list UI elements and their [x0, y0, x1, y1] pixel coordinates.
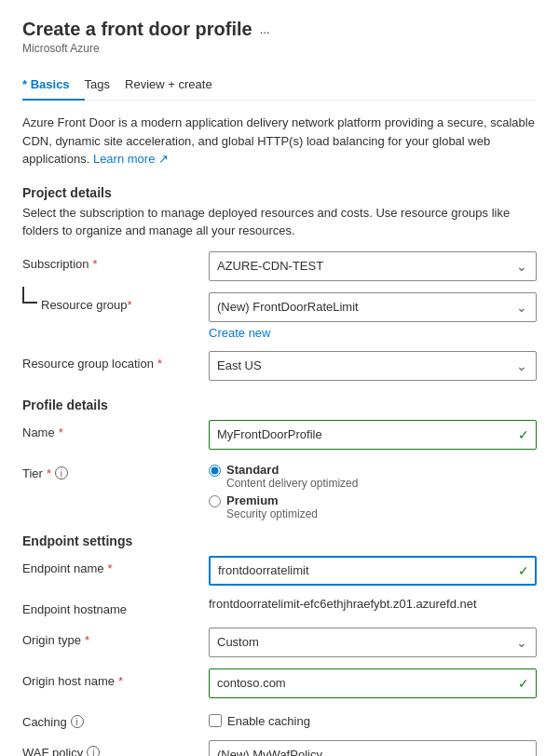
tier-info-icon[interactable]: i [55, 466, 68, 479]
subscription-field: AZURE-CDN-TEST [209, 251, 537, 281]
resource-group-field: (New) FrontDoorRateLimit Create new [209, 292, 537, 340]
waf-policy-info-icon[interactable]: i [87, 746, 100, 756]
tab-basics[interactable]: Basics [22, 70, 85, 101]
learn-more-link[interactable]: Learn more ↗ [93, 152, 169, 166]
project-details-desc: Select the subscription to manage deploy… [22, 204, 537, 240]
endpoint-name-field: ✓ [209, 556, 537, 586]
tier-standard-label: Standard [226, 463, 358, 477]
endpoint-hostname-label: Endpoint hostname [22, 597, 209, 616]
name-required: * [59, 425, 63, 439]
waf-policy-label: WAF policy i [22, 740, 209, 757]
tier-standard-option: Standard Content delivery optimized [209, 463, 537, 490]
name-validated-icon: ✓ [518, 427, 529, 442]
page-subtitle: Microsoft Azure [22, 42, 537, 55]
resource-group-create-new[interactable]: Create new [209, 326, 537, 340]
caching-label: Caching i [22, 709, 209, 729]
origin-host-name-label: Origin host name * [22, 668, 209, 688]
endpoint-name-validated-icon: ✓ [518, 563, 529, 578]
rg-location-label: Resource group location * [22, 351, 209, 371]
waf-policy-select[interactable]: (New) MyWafPolicy [209, 740, 537, 757]
subscription-required: * [93, 257, 98, 271]
endpoint-hostname-field: frontdoorratelimit-efc6ethjhraefybt.z01.… [209, 597, 537, 611]
waf-policy-field: (New) MyWafPolicy Create new [209, 740, 537, 757]
caching-checkbox[interactable] [209, 714, 222, 727]
caching-info-icon[interactable]: i [71, 715, 84, 728]
endpoint-name-required: * [107, 561, 112, 575]
origin-host-name-required: * [118, 674, 123, 688]
subscription-label: Subscription * [22, 251, 209, 271]
resource-group-select[interactable]: (New) FrontDoorRateLimit [209, 292, 537, 322]
endpoint-name-label: Endpoint name * [22, 556, 209, 575]
tab-review-create[interactable]: Review + create [125, 70, 227, 101]
tier-premium-option: Premium Security optimized [209, 493, 537, 520]
tab-bar: Basics Tags Review + create [22, 70, 537, 101]
caching-checkbox-label: Enable caching [227, 714, 310, 728]
name-field: ✓ [209, 420, 537, 450]
caching-field: Enable caching [209, 709, 537, 728]
origin-host-name-validated-icon: ✓ [518, 676, 529, 691]
origin-type-field: Custom [209, 628, 537, 657]
profile-details-title: Profile details [22, 398, 537, 412]
origin-type-label: Origin type * [22, 628, 209, 647]
name-input[interactable] [209, 420, 537, 450]
subscription-select[interactable]: AZURE-CDN-TEST [209, 251, 537, 281]
tab-tags[interactable]: Tags [85, 70, 125, 101]
endpoint-name-input[interactable] [209, 556, 537, 586]
endpoint-settings-title: Endpoint settings [22, 533, 537, 548]
tier-standard-radio[interactable] [209, 465, 221, 477]
rg-location-select[interactable]: East US [209, 351, 537, 381]
tier-field: Standard Content delivery optimized Prem… [209, 461, 537, 520]
origin-host-name-field: ✓ [209, 668, 537, 698]
resource-group-required: * [128, 298, 132, 312]
origin-type-required: * [85, 633, 89, 647]
tier-standard-sublabel: Content delivery optimized [226, 477, 358, 490]
resource-group-label: Resource group [41, 298, 128, 312]
tier-label: Tier * i [22, 461, 209, 480]
page-description: Azure Front Door is a modern application… [22, 114, 537, 169]
name-label: Name * [22, 420, 209, 439]
tier-premium-label: Premium [226, 493, 318, 507]
tier-required: * [47, 466, 51, 480]
ellipsis-menu[interactable]: ... [260, 22, 270, 36]
tier-premium-sublabel: Security optimized [226, 507, 318, 520]
origin-host-name-input[interactable] [209, 668, 537, 698]
rg-location-required: * [157, 357, 162, 371]
page-title: Create a front door profile [22, 19, 252, 40]
project-details-title: Project details [22, 185, 537, 200]
rg-location-field: East US [209, 351, 537, 381]
tier-radio-group: Standard Content delivery optimized Prem… [209, 461, 537, 520]
caching-checkbox-row: Enable caching [209, 709, 537, 728]
origin-type-select[interactable]: Custom [209, 628, 537, 657]
endpoint-hostname-value: frontdoorratelimit-efc6ethjhraefybt.z01.… [209, 591, 477, 611]
tier-premium-radio[interactable] [209, 495, 221, 507]
